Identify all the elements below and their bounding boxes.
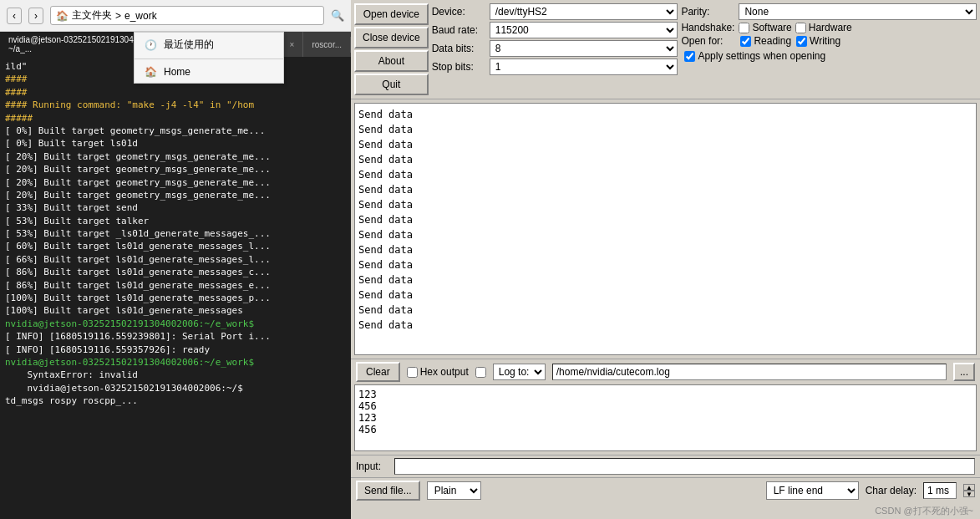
hex-output-label[interactable]: Hex output [407,366,469,378]
software-checkbox[interactable] [739,23,749,33]
output-line: Send data [358,107,972,122]
apply-settings-checkbox[interactable] [684,51,695,62]
terminal-line: [ 53%] Built target talker [5,215,346,227]
hex-output-checkbox[interactable] [407,367,418,378]
send-file-button[interactable]: Send file... [356,481,420,501]
databits-row: Data bits: 8 [432,40,678,57]
terminal-line: [ 53%] Built target _ls01d_generate_mess… [5,227,346,240]
home-menu-item[interactable]: 🏠 Home [135,61,283,83]
quit-button[interactable]: Quit [354,74,429,95]
browse-log-button[interactable]: ... [953,363,975,381]
terminal-line: [ 66%] Built target ls01d_generate_messa… [5,253,346,266]
terminal-prompt: nvidia@jetson-032521502191304002006:~/e_… [5,356,346,369]
format-select[interactable]: Plain Hex Binary [427,481,481,500]
terminal-line: #### Running command: "make -j4 -l4" in … [5,99,346,111]
right-panel: Open device Close device About Quit Devi… [351,0,980,519]
nav-back-button[interactable]: ‹ [7,8,22,24]
log-enable-label[interactable] [475,367,486,378]
bottom-bar: Send file... Plain Hex Binary LF line en… [351,477,980,503]
openfor-label: Open for: [681,35,735,47]
terminal-area: ild" #### #### #### Running command: "ma… [0,57,351,519]
input-history-line: 123 [358,389,972,400]
output-line: Send data [358,272,972,287]
clear-button[interactable]: Clear [356,362,400,382]
reading-label: Reading [754,35,791,47]
hex-output-text: Hex output [420,366,469,378]
home-menu-icon: 🏠 [145,66,157,78]
writing-label: Writing [810,35,840,47]
tab-2-close[interactable]: × [290,40,295,49]
open-device-button[interactable]: Open device [354,3,429,25]
output-line: Send data [358,227,972,242]
watermark-container: CSDN @打不死的小强~ [351,503,980,519]
left-panel: ‹ › 🏠 主文件夹 > e_work 🔍 🕐 最近使用的 🏠 Home nvi… [0,0,351,519]
about-button[interactable]: About [354,50,429,72]
parity-settings: Parity: None Handshake: Software Hardwar… [681,3,977,95]
terminal-line: [ 20%] Built target geometry_msgs_genera… [5,150,346,163]
log-enable-checkbox[interactable] [475,367,486,378]
path-folder: e_work [124,10,157,22]
databits-select[interactable]: 8 [490,40,678,57]
hardware-checkbox[interactable] [795,23,806,33]
tab-3-label: roscor... [312,40,342,49]
recent-menu-item[interactable]: 🕐 最近使用的 [135,33,283,57]
nav-forward-button[interactable]: › [28,8,43,24]
apply-settings-row: Apply settings when opening [681,48,977,64]
log-path-input[interactable] [552,364,947,380]
input-field[interactable] [394,458,975,475]
hardware-checkbox-label[interactable]: Hardware [795,22,852,33]
device-settings: Device: /dev/ttyHS2 Baud rate: 115200 Da… [432,3,678,95]
search-button[interactable]: 🔍 [331,9,344,22]
writing-checkbox-label[interactable]: Writing [796,35,840,47]
spinner-buttons: ▲ ▼ [963,484,975,497]
log-to-select[interactable]: Log to: [493,364,546,380]
input-history-panel: 123 456 123 456 [354,384,977,451]
output-line: Send data [358,318,972,333]
reading-checkbox-label[interactable]: Reading [740,35,791,47]
handshake-row: Handshake: Software Hardware [681,22,977,33]
output-line: Send data [358,122,972,137]
watermark: CSDN @打不死的小强~ [351,503,980,519]
openfor-row: Open for: Reading Writing [681,35,977,47]
output-line: Send data [358,287,972,303]
char-delay-down-button[interactable]: ▼ [963,491,975,497]
input-row: Input: [351,455,980,477]
menu-divider [135,59,283,59]
home-label: 主文件夹 [72,8,112,23]
input-history-line: 456 [358,400,972,412]
output-line: Send data [358,242,972,257]
parity-select[interactable]: None [739,3,977,20]
baud-select[interactable]: 115200 [490,22,678,38]
close-device-button[interactable]: Close device [354,27,429,48]
char-delay-label: Char delay: [866,485,917,496]
stopbits-row: Stop bits: 1 [432,59,678,75]
stopbits-select[interactable]: 1 [490,59,678,75]
terminal-line: [ 20%] Built target geometry_msgs_genera… [5,176,346,189]
control-bar: Clear Hex output Log to: ... [351,359,980,384]
action-buttons: Open device Close device About Quit [354,3,429,95]
device-select[interactable]: /dev/ttyHS2 [490,3,678,20]
databits-label: Data bits: [432,43,486,54]
context-menu: 🕐 最近使用的 🏠 Home [134,32,284,84]
terminal-line: [ 33%] Built target send [5,201,346,214]
reading-checkbox[interactable] [740,36,751,47]
writing-checkbox[interactable] [796,36,807,47]
output-line: Send data [358,197,972,212]
terminal-line: [100%] Built target ls01d_generate_messa… [5,292,346,304]
terminal-line: [ 86%] Built target ls01d_generate_messa… [5,279,346,292]
terminal-line: SyntaxError: invalid [5,369,346,381]
home-menu-label: Home [164,66,190,78]
char-delay-input[interactable] [923,482,957,499]
device-row: Device: /dev/ttyHS2 [432,3,678,20]
path-bar: 🏠 主文件夹 > e_work [50,6,324,25]
line-end-select[interactable]: LF line end CR line end CR/LF line end N… [766,481,859,500]
output-line: Send data [358,257,972,272]
file-manager-bar: ‹ › 🏠 主文件夹 > e_work 🔍 [0,0,351,32]
terminal-line: [100%] Built target ls01d_generate_messa… [5,304,346,317]
terminal-line: [ 20%] Built target geometry_msgs_genera… [5,163,346,176]
char-delay-up-button[interactable]: ▲ [963,484,975,491]
software-checkbox-label[interactable]: Software [739,22,791,33]
terminal-tab-3[interactable]: roscor... [303,37,351,53]
output-line: Send data [358,137,972,152]
terminal-prompt: nvidia@jetson-032521502191304002006:~/e_… [5,318,346,330]
